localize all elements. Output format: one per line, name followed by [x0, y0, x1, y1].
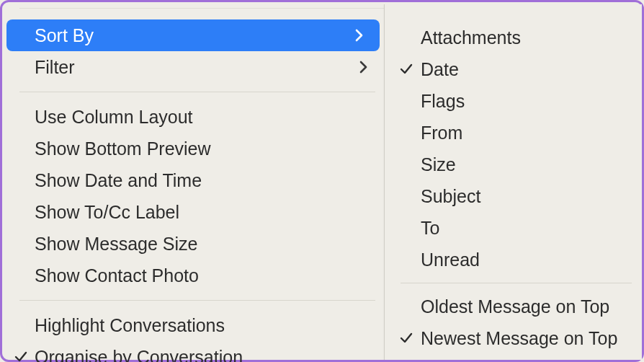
divider	[19, 92, 375, 92]
submenu-item-date[interactable]: Date	[385, 53, 642, 85]
menu-item-filter[interactable]: Filter	[2, 51, 384, 83]
menu-item-show-to-cc-label[interactable]: Show To/Cc Label	[2, 196, 384, 228]
menu-item-label: To	[421, 218, 642, 239]
sort-filter-section: Sort By Filter	[2, 19, 384, 83]
submenu-item-unread[interactable]: Unread	[385, 244, 642, 275]
view-menu-panel: Sort By Filter Use Column Layout Show Bo…	[2, 2, 384, 360]
menu-item-label: Subject	[421, 186, 642, 207]
menu-item-show-contact-photo[interactable]: Show Contact Photo	[2, 260, 384, 291]
menu-item-label: Show Message Size	[35, 234, 384, 255]
menu-item-label: From	[421, 123, 642, 144]
menu-item-label: Show Bottom Preview	[35, 138, 384, 159]
chevron-right-icon	[352, 29, 365, 42]
sort-by-submenu: Attachments Date Flags From Size	[384, 4, 642, 360]
checkmark-icon	[12, 341, 30, 362]
submenu-item-attachments[interactable]: Attachments	[385, 22, 642, 53]
menu-item-label: Sort By	[35, 25, 352, 46]
menu-item-use-column-layout[interactable]: Use Column Layout	[2, 101, 384, 133]
checkmark-icon	[398, 322, 415, 354]
menu-item-label: Newest Message on Top	[421, 328, 642, 349]
menu-item-show-message-size[interactable]: Show Message Size	[2, 228, 384, 260]
menu-item-show-date-time[interactable]: Show Date and Time	[2, 164, 384, 196]
submenu-item-newest-on-top[interactable]: Newest Message on Top	[385, 322, 642, 354]
menu-item-label: Size	[421, 154, 642, 175]
submenu-item-from[interactable]: From	[385, 117, 642, 149]
menu-item-label: Show Date and Time	[35, 170, 384, 191]
menu-item-highlight-conversations[interactable]: Highlight Conversations	[2, 309, 384, 341]
menu-item-label: Show Contact Photo	[35, 265, 384, 286]
menu-item-sort-by[interactable]: Sort By	[6, 19, 380, 51]
check-column	[398, 180, 415, 212]
menu-item-label: Organise by Conversation	[35, 347, 384, 363]
conversation-options-section: Highlight Conversations Organise by Conv…	[2, 309, 384, 362]
menu-item-label: Oldest Message on Top	[421, 296, 642, 317]
menu-window: Sort By Filter Use Column Layout Show Bo…	[0, 0, 644, 362]
sort-order-section: Oldest Message on Top Newest Message on …	[385, 291, 642, 354]
sort-criteria-section: Attachments Date Flags From Size	[385, 22, 642, 275]
submenu-item-flags[interactable]: Flags	[385, 85, 642, 117]
submenu-item-oldest-on-top[interactable]: Oldest Message on Top	[385, 291, 642, 322]
menu-item-label: Show To/Cc Label	[35, 202, 384, 223]
menu-item-label: Unread	[421, 250, 642, 270]
menu-item-label: Highlight Conversations	[35, 315, 384, 336]
check-column	[398, 291, 415, 322]
check-column	[398, 117, 415, 149]
divider	[401, 283, 632, 283]
check-column	[398, 85, 415, 117]
check-column	[398, 149, 415, 180]
menu-item-label: Attachments	[421, 27, 642, 48]
menu-item-label: Date	[421, 59, 642, 80]
check-column	[398, 22, 415, 53]
chevron-right-icon	[357, 61, 370, 74]
menu-item-show-bottom-preview[interactable]: Show Bottom Preview	[2, 133, 384, 164]
checkmark-icon	[398, 53, 415, 85]
submenu-item-subject[interactable]: Subject	[385, 180, 642, 212]
menu-item-label: Flags	[421, 91, 642, 112]
menu-item-organise-by-conversation[interactable]: Organise by Conversation	[2, 341, 384, 362]
menu-item-label: Use Column Layout	[35, 107, 384, 128]
check-column	[398, 244, 415, 275]
divider	[19, 8, 384, 9]
check-column	[12, 309, 30, 341]
check-column	[398, 212, 415, 244]
submenu-item-to[interactable]: To	[385, 212, 642, 244]
submenu-item-size[interactable]: Size	[385, 149, 642, 180]
divider	[19, 300, 375, 301]
menu-item-label: Filter	[35, 57, 357, 78]
view-options-section: Use Column Layout Show Bottom Preview Sh…	[2, 101, 384, 291]
